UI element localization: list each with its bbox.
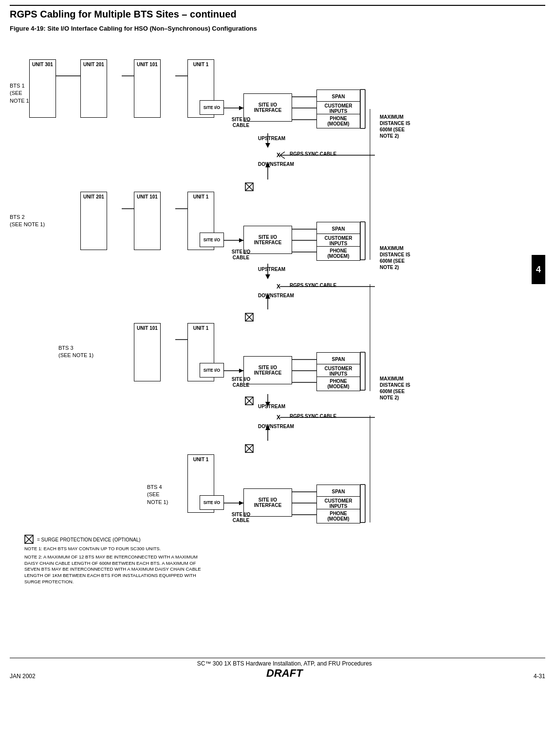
svg-marker-12 bbox=[265, 143, 270, 148]
svg-rect-73 bbox=[245, 183, 253, 191]
bts2-phone-modem: PHONE(MODEM) bbox=[316, 246, 360, 261]
svg-line-14 bbox=[280, 152, 285, 155]
bts2-label: BTS 2(SEE NOTE 1) bbox=[10, 214, 45, 229]
title-text: RGPS Cabling for Multiple BTS Sites bbox=[10, 9, 179, 19]
svg-rect-67 bbox=[245, 397, 253, 405]
bts3-phone-modem: PHONE(MODEM) bbox=[316, 377, 360, 391]
svg-rect-76 bbox=[245, 313, 253, 321]
page: RGPS Cabling for Multiple BTS Sites – co… bbox=[0, 0, 555, 756]
bts1-unit301: UNIT 301 bbox=[29, 59, 56, 118]
bts1-siteio-cable-label: SITE I/OCABLE bbox=[231, 117, 251, 128]
downstream-2-label: DOWNSTREAM bbox=[258, 162, 294, 167]
bts4-siteio-interface: SITE I/OINTERFACE bbox=[243, 488, 292, 517]
fig-caption-desc: Site I/O Interface Cabling for HSO (Non–… bbox=[46, 25, 257, 32]
bts4-siteio-cable-label: SITE I/OCABLE bbox=[231, 512, 251, 523]
bts2-siteio: SITE I/O bbox=[200, 233, 224, 247]
bts2-unit201: UNIT 201 bbox=[80, 192, 107, 250]
top-border bbox=[10, 5, 545, 6]
footer-left: JAN 2002 bbox=[10, 673, 36, 680]
bts1-siteio-interface: SITE I/OINTERFACE bbox=[243, 93, 292, 122]
svg-text:X: X bbox=[277, 283, 280, 290]
surge-legend: = SURGE PROTECTION DEVICE (OPTIONAL) bbox=[24, 535, 141, 544]
svg-line-15 bbox=[280, 155, 285, 159]
footer-center-text: SC™ 300 1X BTS Hardware Installation, AT… bbox=[197, 660, 372, 667]
section-tab: 4 bbox=[532, 255, 545, 284]
bts2-siteio-interface: SITE I/OINTERFACE bbox=[243, 226, 292, 254]
bts2-siteio-cable-label: SITE I/OCABLE bbox=[231, 249, 251, 261]
bts3-siteio-cable-label: SITE I/OCABLE bbox=[231, 377, 251, 388]
notes-area: NOTE 1: EACH BTS MAY CONTAIN UP TO FOUR … bbox=[24, 546, 209, 585]
downstream-3-label: DOWNSTREAM bbox=[258, 293, 294, 298]
footer-center-block: SC™ 300 1X BTS Hardware Installation, AT… bbox=[197, 660, 372, 680]
figure-caption: Figure 4-19: Site I/O Interface Cabling … bbox=[10, 25, 545, 32]
bts1-unit101: UNIT 101 bbox=[134, 59, 161, 118]
svg-text:X: X bbox=[277, 414, 280, 421]
svg-line-78 bbox=[245, 313, 253, 321]
bts1-upstream-label: UPSTREAM bbox=[258, 136, 285, 141]
bts2-unit101: UNIT 101 bbox=[134, 192, 161, 250]
footer-right: 4-31 bbox=[534, 673, 545, 680]
svg-line-74 bbox=[245, 183, 253, 191]
svg-rect-79 bbox=[245, 445, 253, 452]
bts4-siteio: SITE I/O bbox=[200, 495, 224, 510]
bts4-label: BTS 4(SEENOTE 1) bbox=[147, 484, 168, 506]
bts2-upstream-label: UPSTREAM bbox=[258, 267, 285, 272]
max-dist-3: MAXIMUMDISTANCE IS600M (SEENOTE 2) bbox=[380, 376, 410, 401]
bts1-label: BTS 1(SEENOTE 1) bbox=[10, 82, 31, 105]
bts1-unit201: UNIT 201 bbox=[80, 59, 107, 118]
downstream-4-label: DOWNSTREAM bbox=[258, 424, 294, 429]
bts1-siteio: SITE I/O bbox=[200, 100, 224, 115]
svg-line-80 bbox=[245, 445, 253, 452]
bts4-phone-modem: PHONE(MODEM) bbox=[316, 509, 360, 523]
svg-line-77 bbox=[245, 313, 253, 321]
note2: NOTE 2: A MAXIMUM OF 12 BTS MAY BE INTER… bbox=[24, 554, 209, 585]
max-dist-2: MAXIMUMDISTANCE IS600M (SEENOTE 2) bbox=[380, 245, 410, 270]
bts3-unit101: UNIT 101 bbox=[134, 323, 161, 381]
note1: NOTE 1: EACH BTS MAY CONTAIN UP TO FOUR … bbox=[24, 546, 209, 552]
bts3-upstream-label: UPSTREAM bbox=[258, 404, 285, 409]
bottom-border bbox=[10, 658, 545, 658]
page-title: RGPS Cabling for Multiple BTS Sites – co… bbox=[10, 9, 545, 20]
rgps-sync-1: RGPS SYNC CABLE bbox=[290, 151, 336, 157]
rgps-sync-3: RGPS SYNC CABLE bbox=[290, 414, 336, 419]
svg-line-75 bbox=[245, 183, 253, 191]
bts3-label: BTS 3(SEE NOTE 1) bbox=[58, 344, 93, 360]
svg-marker-30 bbox=[265, 274, 270, 279]
svg-text:X: X bbox=[277, 152, 280, 159]
svg-line-81 bbox=[245, 445, 253, 452]
bts1-phone-modem: PHONE(MODEM) bbox=[316, 114, 360, 128]
svg-line-69 bbox=[245, 397, 253, 405]
diagram-area: X X bbox=[10, 36, 545, 654]
title-suffix: – continued bbox=[179, 9, 237, 19]
svg-line-68 bbox=[245, 397, 253, 405]
bts3-siteio-interface: SITE I/OINTERFACE bbox=[243, 356, 292, 384]
footer: JAN 2002 SC™ 300 1X BTS Hardware Install… bbox=[10, 660, 545, 680]
max-dist-1: MAXIMUMDISTANCE IS600M (SEENOTE 2) bbox=[380, 114, 410, 139]
rgps-sync-2: RGPS SYNC CABLE bbox=[290, 283, 336, 288]
bts3-siteio: SITE I/O bbox=[200, 363, 224, 378]
surge-symbol bbox=[24, 535, 34, 544]
fig-caption-bold: Figure 4-19: bbox=[10, 25, 46, 32]
draft-label: DRAFT bbox=[197, 667, 372, 680]
